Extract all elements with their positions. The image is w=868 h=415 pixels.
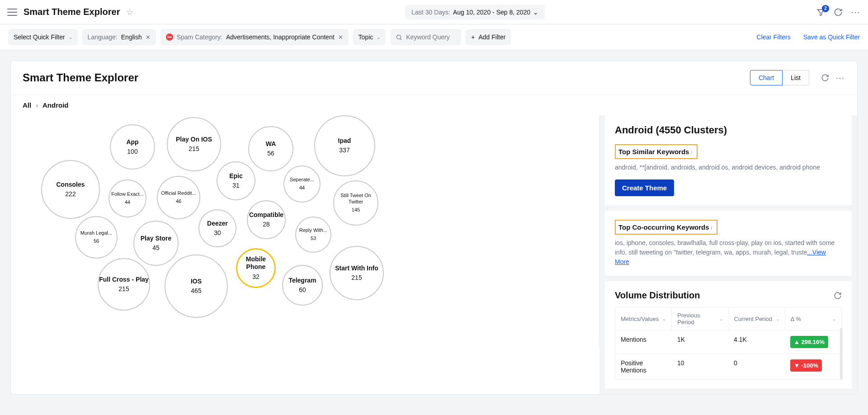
filter-count-badge: 2 [822, 5, 829, 12]
col-previous[interactable]: Previous Period⌄ [672, 307, 728, 330]
bubble-official-reddit-[interactable]: Official Reddit...46 [157, 176, 200, 219]
refresh-icon[interactable] [821, 74, 829, 82]
chevron-down-icon: ⌄ [69, 35, 72, 40]
view-toggle: Chart List [750, 70, 809, 85]
col-current[interactable]: Current Period⌄ [729, 307, 785, 330]
topic-chip[interactable]: Topic ⌄ [353, 29, 386, 45]
page-title: Smart Theme Explorer [24, 7, 120, 17]
bubble-deezer[interactable]: Deezer30 [198, 209, 236, 247]
bubble-follow-exact-[interactable]: Follow Exact...44 [108, 179, 146, 217]
no-entry-icon [166, 33, 173, 41]
quick-filter-chip[interactable]: Select Quick Filter ⌄ [8, 29, 78, 45]
bubble-seperate-[interactable]: Seperate...44 [283, 165, 321, 203]
chevron-down-icon: ⌄ [377, 35, 380, 40]
language-key: Language: [88, 33, 118, 41]
add-filter-label: Add Filter [478, 33, 505, 41]
date-range-label: Last 30 Days: [411, 9, 450, 16]
volume-title: Volume Distribution [615, 290, 700, 301]
spam-chip[interactable]: Spam Category: Advertisements, Inappropr… [160, 29, 349, 45]
top-similar-text: android, **[android, androids, android o… [615, 163, 842, 172]
bubble-play-store[interactable]: Play Store45 [133, 221, 179, 266]
main-card: Smart Theme Explorer Chart List ⋯ All › … [11, 61, 857, 394]
chevron-down-icon: ⌄ [719, 316, 723, 321]
more-icon[interactable]: ⋯ [851, 7, 861, 18]
date-range-picker[interactable]: Last 30 Days: Aug 10, 2020 - Sep 8, 2020… [405, 5, 545, 19]
top-co-title: Top Co-occurring Keywordsi [615, 220, 717, 235]
cell-delta: ▲ 298.16% [785, 330, 841, 354]
bubble-compatible[interactable]: Compatible28 [247, 200, 286, 239]
spam-key: Spam Category: [177, 33, 222, 41]
menu-icon[interactable] [7, 9, 17, 16]
cell-delta: ▼ -100% [785, 354, 841, 379]
view-list-button[interactable]: List [783, 70, 809, 85]
top-similar-title: Top Similar Keywordsi [615, 144, 698, 159]
filter-bar: Select Quick Filter ⌄ Language: English … [0, 24, 868, 50]
crumb-current: Android [42, 101, 69, 109]
cell-curr: 4.1K [728, 330, 785, 354]
refresh-icon[interactable] [834, 8, 843, 17]
side-panel: Android (4550 Clusters) Top Similar Keyw… [599, 115, 857, 394]
cell-prev: 10 [672, 354, 728, 379]
crumb-all[interactable]: All [23, 101, 31, 109]
plus-icon: + [471, 33, 475, 41]
bubble-play-on-ios[interactable]: Play On IOS215 [167, 117, 221, 171]
chevron-down-icon: ⌄ [662, 316, 666, 321]
info-icon[interactable]: i [711, 225, 712, 231]
clear-filters-link[interactable]: Clear Filters [756, 33, 790, 41]
search-icon [396, 34, 402, 41]
scrollbar[interactable] [840, 328, 843, 380]
bubble-app[interactable]: App100 [110, 124, 155, 170]
table-row: Positive Mentions100▼ -100% [615, 354, 842, 380]
cluster-heading: Android (4550 Clusters) [615, 124, 842, 136]
chevron-right-icon: › [36, 101, 38, 109]
breadcrumb: All › Android [11, 94, 857, 115]
save-quick-filter-link[interactable]: Save as Quick Filter [803, 33, 860, 41]
view-chart-button[interactable]: Chart [750, 70, 783, 85]
chevron-down-icon: ⌄ [533, 9, 538, 16]
add-filter-chip[interactable]: + Add Filter [466, 29, 511, 45]
bubble-ipad[interactable]: Ipad337 [314, 115, 375, 176]
keyword-input[interactable] [406, 33, 456, 41]
volume-table: Metrics/Values⌄ Previous Period⌄ Current… [615, 307, 842, 380]
more-icon[interactable]: ⋯ [835, 72, 845, 83]
cell-curr: 0 [728, 354, 785, 379]
bubble-murah-legal-[interactable]: Murah Legal...56 [75, 216, 118, 259]
bubble-full-cross-play[interactable]: Full Cross - Play215 [98, 258, 150, 311]
bubble-ios[interactable]: IOS465 [165, 255, 228, 318]
bubble-wa[interactable]: WA56 [248, 126, 293, 171]
close-icon[interactable]: ✕ [338, 34, 343, 41]
bubble-epic[interactable]: Epic31 [217, 161, 255, 200]
bubble-start-with-info[interactable]: Start With Info215 [330, 246, 384, 300]
top-co-text: ios, iphone, consoles, brawlhalla, full … [615, 238, 842, 267]
top-bar: Smart Theme Explorer ☆ Last 30 Days: Aug… [0, 0, 868, 24]
bubble-still-tweet-on-twitter[interactable]: Still Tweet On Twitter145 [333, 180, 378, 226]
date-range-value: Aug 10, 2020 - Sep 8, 2020 [453, 9, 530, 16]
cell-metric: Mentions [615, 330, 672, 354]
language-value: English [121, 33, 142, 41]
card-title: Smart Theme Explorer [23, 71, 744, 84]
language-chip[interactable]: Language: English ✕ [82, 29, 156, 45]
star-icon[interactable]: ☆ [126, 7, 133, 17]
cell-metric: Positive Mentions [615, 354, 672, 379]
bubble-mobile-phone[interactable]: Mobile Phone32 [236, 248, 276, 288]
chevron-down-icon: ⌄ [832, 316, 836, 321]
create-theme-button[interactable]: Create Theme [615, 179, 674, 196]
bubble-telegram[interactable]: Telegram60 [282, 265, 323, 306]
spam-value: Advertisements, Inappropriate Content [226, 33, 335, 41]
cell-prev: 1K [672, 330, 728, 354]
bubble-consoles[interactable]: Consoles222 [41, 160, 100, 219]
table-row: Mentions1K4.1K▲ 298.16% [615, 330, 842, 354]
close-icon[interactable]: ✕ [146, 34, 151, 41]
filter-icon[interactable]: 2 [816, 8, 826, 17]
keyword-query-chip[interactable] [390, 29, 461, 45]
bubble-chart[interactable]: Consoles222App100Play On IOS215WA56Ipad3… [11, 115, 599, 346]
topic-label: Topic [359, 33, 373, 41]
chevron-down-icon: ⌄ [776, 316, 779, 321]
info-icon[interactable]: i [691, 149, 692, 156]
col-delta[interactable]: Δ %⌄ [785, 307, 841, 330]
bubble-reply-with-[interactable]: Reply With...53 [295, 217, 331, 253]
svg-point-0 [397, 35, 401, 39]
col-metrics[interactable]: Metrics/Values⌄ [615, 307, 672, 330]
quick-filter-label: Select Quick Filter [14, 33, 65, 41]
refresh-icon[interactable] [834, 292, 842, 300]
